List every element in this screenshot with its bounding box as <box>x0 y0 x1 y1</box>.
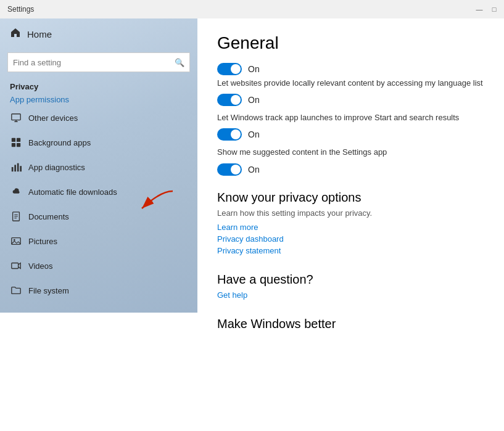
sidebar-item-automatic-file-downloads-label: Automatic file downloads <box>28 187 117 197</box>
sidebar-item-automatic-file-downloads[interactable]: Automatic file downloads <box>0 179 197 204</box>
make-windows-better-title: Make Windows better <box>217 317 484 331</box>
sidebar-item-other-devices[interactable]: Other devices <box>0 105 197 130</box>
privacy-section-label: Privacy <box>0 77 197 94</box>
sidebar-item-home[interactable]: Home <box>0 18 197 50</box>
sidebar-item-pictures-label: Pictures <box>28 237 57 246</box>
svg-rect-6 <box>17 143 20 147</box>
search-input[interactable] <box>13 58 175 67</box>
language-list-toggle-row: On <box>217 94 484 106</box>
app-launches-toggle-row: On <box>217 128 484 141</box>
home-label: Home <box>27 29 52 39</box>
setting-app-launches-desc: Let Windows track app launches to improv… <box>217 112 484 123</box>
privacy-dashboard-link[interactable]: Privacy dashboard <box>217 234 484 244</box>
svg-rect-9 <box>17 163 19 172</box>
sidebar: Home 🔍 Privacy App permissions Other dev… <box>0 18 197 313</box>
suggested-content-toggle[interactable] <box>217 163 242 176</box>
home-icon <box>10 27 21 41</box>
have-question-title: Have a question? <box>217 273 484 287</box>
monitor-icon <box>10 112 22 124</box>
sidebar-item-background-apps-label: Background apps <box>28 138 91 147</box>
doc-icon <box>10 210 22 223</box>
suggested-content-toggle-row: On <box>217 163 484 176</box>
title-bar: Settings — □ <box>0 0 504 18</box>
privacy-statement-link[interactable]: Privacy statement <box>217 246 484 255</box>
app-launches-toggle[interactable] <box>217 128 242 141</box>
app-launches-toggle-label: On <box>248 129 260 139</box>
app-title: Settings <box>7 5 34 14</box>
setting-suggested-content-desc: Show me suggested content in the Setting… <box>217 147 484 158</box>
search-icon: 🔍 <box>175 58 184 67</box>
svg-rect-8 <box>14 165 16 171</box>
svg-rect-7 <box>12 167 14 171</box>
svg-point-16 <box>14 239 15 241</box>
language-list-toggle[interactable] <box>217 94 242 106</box>
sidebar-item-app-diagnostics[interactable]: App diagnostics <box>0 155 197 179</box>
sidebar-item-file-system[interactable]: File system <box>0 278 197 303</box>
page-title: General <box>217 33 484 53</box>
svg-rect-5 <box>12 143 15 147</box>
svg-rect-3 <box>12 138 15 142</box>
content-area: General On Let websites provide locally … <box>197 18 504 431</box>
grid-icon <box>10 136 22 149</box>
search-box[interactable]: 🔍 <box>7 52 190 72</box>
sidebar-item-pictures[interactable]: Pictures <box>0 229 197 253</box>
svg-rect-0 <box>12 114 20 120</box>
sidebar-item-videos[interactable]: Videos <box>0 253 197 278</box>
chart-icon <box>10 161 22 173</box>
general-top-toggle-row: On <box>217 63 484 75</box>
video-icon <box>10 260 22 272</box>
minimize-button[interactable]: — <box>474 4 484 14</box>
sidebar-item-file-system-label: File system <box>28 286 69 295</box>
cloud-icon <box>10 186 22 198</box>
sidebar-item-videos-label: Videos <box>28 261 53 271</box>
app-permissions-link[interactable]: App permissions <box>0 94 197 105</box>
maximize-button[interactable]: □ <box>489 4 499 14</box>
privacy-options-subtitle: Learn how this setting impacts your priv… <box>217 208 484 218</box>
language-list-toggle-label: On <box>248 95 260 105</box>
svg-rect-4 <box>17 138 20 142</box>
general-top-toggle-label: On <box>248 64 260 74</box>
folder-icon <box>10 284 22 297</box>
privacy-options-title: Know your privacy options <box>217 191 484 205</box>
sidebar-item-documents-label: Documents <box>28 212 69 221</box>
sidebar-item-background-apps[interactable]: Background apps <box>0 130 197 155</box>
get-help-link[interactable]: Get help <box>217 290 484 300</box>
photo-icon <box>10 235 22 247</box>
svg-rect-15 <box>12 238 20 245</box>
sidebar-item-app-diagnostics-label: App diagnostics <box>28 163 85 172</box>
sidebar-item-documents[interactable]: Documents <box>0 204 197 229</box>
setting-language-list-desc: Let websites provide locally relevant co… <box>217 78 484 89</box>
general-top-toggle[interactable] <box>217 63 242 75</box>
svg-rect-17 <box>12 263 19 269</box>
svg-rect-10 <box>20 166 22 171</box>
suggested-content-toggle-label: On <box>248 165 260 174</box>
sidebar-item-other-devices-label: Other devices <box>28 113 78 123</box>
learn-more-link[interactable]: Learn more <box>217 223 484 232</box>
